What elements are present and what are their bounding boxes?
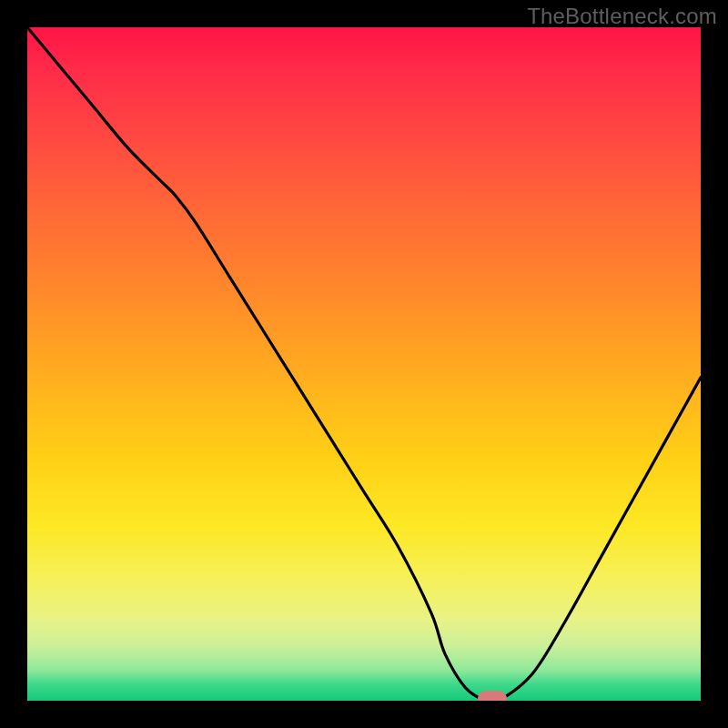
optimal-marker (478, 691, 507, 701)
chart-frame: TheBottleneck.com (0, 0, 728, 728)
bottleneck-curve (27, 27, 701, 701)
plot-area (27, 27, 701, 701)
watermark-text: TheBottleneck.com (527, 4, 717, 29)
